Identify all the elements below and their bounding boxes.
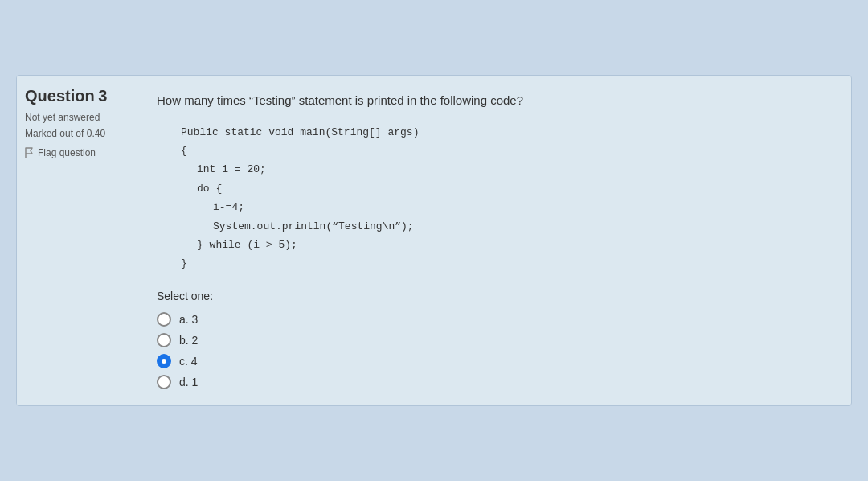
code-line-5: i-=4; xyxy=(165,198,832,216)
flag-question-button[interactable]: Flag question xyxy=(25,147,129,158)
code-line-2: { xyxy=(165,142,832,160)
select-label: Select one: xyxy=(157,290,832,302)
option-b[interactable]: b. 2 xyxy=(157,333,832,347)
option-b-label: b. 2 xyxy=(179,334,198,347)
radio-b[interactable] xyxy=(157,333,171,347)
code-line-1: Public static void main(String[] args) xyxy=(165,123,832,142)
code-line-3: int i = 20; xyxy=(165,160,832,179)
status-text: Not yet answered xyxy=(25,112,129,123)
option-c[interactable]: c. 4 xyxy=(157,354,832,368)
code-line-8: } xyxy=(165,254,832,273)
option-a-label: a. 3 xyxy=(179,313,198,326)
question-word: Question xyxy=(25,87,95,105)
radio-a[interactable] xyxy=(157,312,171,327)
code-line-4: do { xyxy=(165,179,832,198)
radio-d[interactable] xyxy=(157,375,171,389)
question-card: Question 3 Not yet answered Marked out o… xyxy=(16,75,852,406)
question-text: How many times “Testing” statement is pr… xyxy=(157,92,832,110)
options-list: a. 3 b. 2 c. 4 d. 1 xyxy=(157,312,832,389)
option-a[interactable]: a. 3 xyxy=(157,312,832,327)
code-line-6: System.out.println(“Testing\n”); xyxy=(165,217,832,236)
marked-text: Marked out of 0.40 xyxy=(25,128,129,139)
code-block: Public static void main(String[] args) {… xyxy=(157,123,832,273)
radio-c[interactable] xyxy=(157,354,171,368)
flag-label: Flag question xyxy=(38,147,96,158)
flag-icon xyxy=(25,147,35,158)
question-label: Question 3 xyxy=(25,87,129,105)
option-d-label: d. 1 xyxy=(179,376,198,388)
code-line-7: } while (i > 5); xyxy=(165,236,832,254)
main-content: How many times “Testing” statement is pr… xyxy=(137,76,851,405)
outer-container: Question 3 Not yet answered Marked out o… xyxy=(8,67,860,414)
option-c-label: c. 4 xyxy=(179,355,198,368)
option-d[interactable]: d. 1 xyxy=(157,375,832,389)
question-number: 3 xyxy=(98,87,107,105)
sidebar: Question 3 Not yet answered Marked out o… xyxy=(17,76,137,405)
